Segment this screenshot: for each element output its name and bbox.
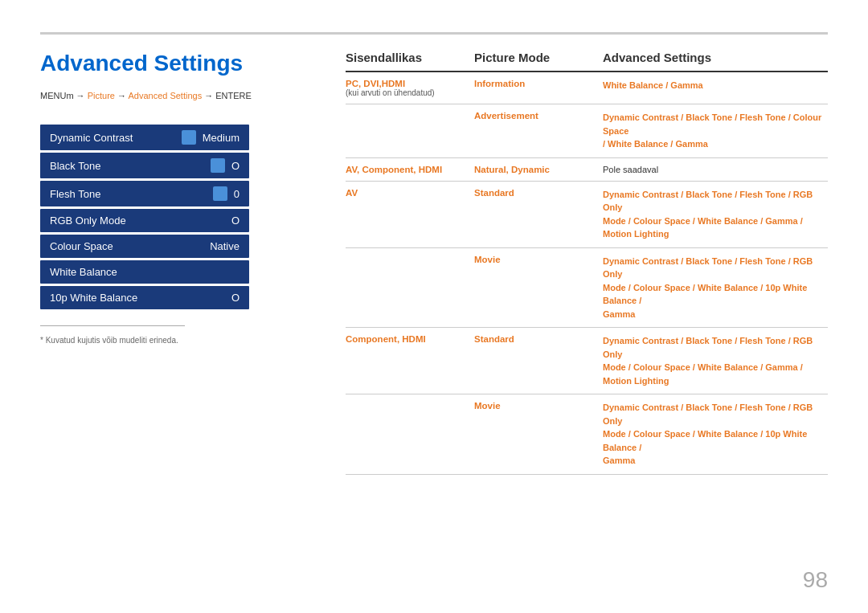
table-row: Advertisement Dynamic Contrast / Black T… xyxy=(346,104,828,158)
cell-input: PC, DVI,HDMI(kui arvuti on ühendatud) xyxy=(346,79,474,97)
cell-plain: Pole saadaval xyxy=(603,165,828,174)
cell-settings: Dynamic Contrast / Black Tone / Flesh To… xyxy=(603,111,828,151)
footnote: * Kuvatud kujutis võib mudeliti erineda. xyxy=(40,336,313,345)
content-wrapper: Advanced Settings MENUm → Picture → Adva… xyxy=(40,51,828,475)
menu-item-label: Black Tone xyxy=(50,160,204,172)
menu-item-label: White Balance xyxy=(50,266,240,278)
menu-list: Dynamic Contrast Medium Black Tone O Fle… xyxy=(40,125,249,309)
slider-thumb xyxy=(182,130,196,145)
table-row: AV Standard Dynamic Contrast / Black Ton… xyxy=(346,182,828,248)
cell-mode: Standard xyxy=(474,188,603,198)
menu-item-label: RGB Only Mode xyxy=(50,215,231,227)
cell-settings: Dynamic Contrast / Black Tone / Flesh To… xyxy=(603,334,828,387)
table-row: Movie Dynamic Contrast / Black Tone / Fl… xyxy=(346,394,828,475)
menu-item-label: 10p White Balance xyxy=(50,292,231,304)
page-title: Advanced Settings xyxy=(40,51,313,76)
menu-path-advanced: Advanced Settings xyxy=(128,91,202,100)
cell-settings: Dynamic Contrast / Black Tone / Flesh To… xyxy=(603,255,828,321)
menu-item-label: Colour Space xyxy=(50,240,210,252)
menu-path-prefix: MENUm → xyxy=(40,91,88,100)
table-row: AV, Component, HDMI Natural, Dynamic Pol… xyxy=(346,158,828,182)
menu-item-value: Native xyxy=(210,240,240,252)
header-mode: Picture Mode xyxy=(474,51,603,64)
page-number: 98 xyxy=(803,567,828,593)
menu-item-white-balance[interactable]: White Balance xyxy=(40,260,249,284)
menu-item-value: O xyxy=(231,215,240,227)
menu-item-colour-space[interactable]: Colour Space Native xyxy=(40,235,249,258)
cell-input: AV xyxy=(346,188,474,198)
menu-item-value: Medium xyxy=(203,132,240,144)
menu-item-flesh-tone[interactable]: Flesh Tone 0 xyxy=(40,181,249,206)
menu-item-value: O xyxy=(231,292,240,304)
cell-mode: Information xyxy=(474,79,603,88)
cell-input-sub: (kui arvuti on ühendatud) xyxy=(346,88,466,97)
page-container: Advanced Settings MENUm → Picture → Adva… xyxy=(0,0,868,613)
cell-mode: Movie xyxy=(474,401,603,411)
table-row: Component, HDMI Standard Dynamic Contras… xyxy=(346,328,828,394)
cell-settings: Dynamic Contrast / Black Tone / Flesh To… xyxy=(603,188,828,241)
header-settings: Advanced Settings xyxy=(603,51,828,64)
cell-mode: Standard xyxy=(474,334,603,344)
divider xyxy=(40,325,185,326)
menu-item-value: O xyxy=(231,160,240,172)
cell-settings: Dynamic Contrast / Black Tone / Flesh To… xyxy=(603,401,828,468)
cell-input: Component, HDMI xyxy=(346,334,474,344)
menu-item-label: Flesh Tone xyxy=(50,188,207,200)
cell-mode: Natural, Dynamic xyxy=(474,165,603,174)
cell-mode: Movie xyxy=(474,255,603,264)
menu-path: MENUm → Picture → Advanced Settings → EN… xyxy=(40,91,313,100)
right-column: Sisendallikas Picture Mode Advanced Sett… xyxy=(346,51,828,475)
cell-settings: White Balance / Gamma xyxy=(603,79,828,92)
menu-item-rgb-only-mode[interactable]: RGB Only Mode O xyxy=(40,209,249,232)
menu-item-dynamic-contrast[interactable]: Dynamic Contrast Medium xyxy=(40,125,249,150)
slider-thumb xyxy=(211,158,225,173)
menu-item-black-tone[interactable]: Black Tone O xyxy=(40,153,249,178)
menu-path-picture: Picture xyxy=(88,91,115,100)
menu-item-value: 0 xyxy=(234,188,240,200)
table-header: Sisendallikas Picture Mode Advanced Sett… xyxy=(346,51,828,72)
menu-item-10p-white-balance[interactable]: 10p White Balance O xyxy=(40,286,249,309)
cell-mode: Advertisement xyxy=(474,111,603,121)
cell-input: AV, Component, HDMI xyxy=(346,165,474,174)
slider-thumb xyxy=(213,186,227,201)
top-bar xyxy=(40,32,828,35)
table-row: PC, DVI,HDMI(kui arvuti on ühendatud) In… xyxy=(346,72,828,104)
left-column: Advanced Settings MENUm → Picture → Adva… xyxy=(40,51,313,475)
table-row: Movie Dynamic Contrast / Black Tone / Fl… xyxy=(346,248,828,329)
header-input: Sisendallikas xyxy=(346,51,474,64)
menu-item-label: Dynamic Contrast xyxy=(50,132,175,144)
